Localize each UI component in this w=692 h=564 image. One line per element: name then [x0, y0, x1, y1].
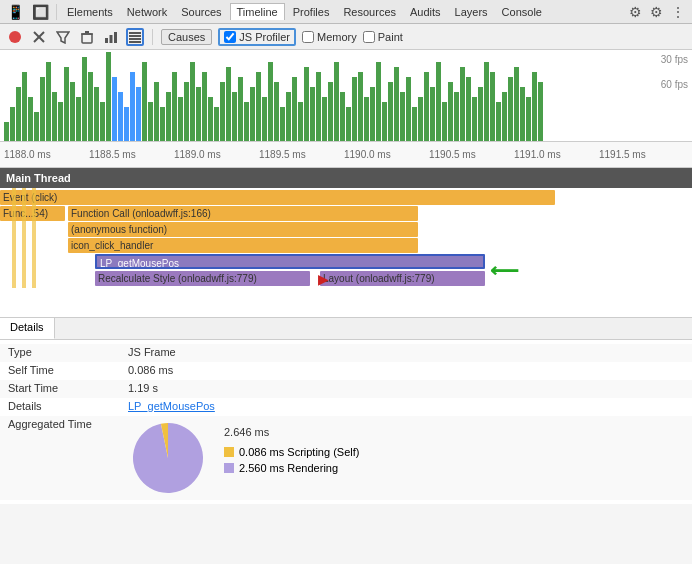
detail-row-1: Self Time0.086 ms [0, 362, 692, 380]
red-triangle-indicator: ▶ [318, 271, 329, 287]
main-thread-header: Main Thread [0, 168, 692, 188]
scripting-label: 0.086 ms Scripting (Self) [239, 446, 359, 458]
js-profiler-label: JS Profiler [239, 31, 290, 43]
causes-button[interactable]: Causes [161, 29, 212, 45]
detail-value-2: 1.19 s [128, 382, 158, 394]
detail-label-2: Start Time [8, 382, 128, 394]
bar-chart-icon[interactable] [102, 28, 120, 46]
detail-value-0: JS Frame [128, 346, 176, 358]
svg-rect-10 [129, 32, 141, 34]
yellow-bar-1 [22, 188, 26, 288]
aggregated-total: 2.646 ms [224, 426, 359, 438]
detail-label-0: Type [8, 346, 128, 358]
detail-row-3: DetailsLP_getMousePos [0, 398, 692, 416]
clear-button[interactable] [30, 28, 48, 46]
time-tick-3: 1189.5 ms [259, 149, 306, 160]
nav-sources[interactable]: Sources [175, 4, 227, 20]
svg-rect-9 [114, 32, 117, 43]
flame-event-4[interactable]: icon_click_handler [68, 238, 418, 253]
svg-rect-12 [129, 38, 141, 40]
time-tick-7: 1191.5 ms [599, 149, 646, 160]
detail-row-2: Start Time1.19 s [0, 380, 692, 398]
flame-event-2[interactable]: Function Call (onloadwff.js:166) [68, 206, 418, 221]
time-tick-5: 1190.5 ms [429, 149, 476, 160]
pie-rendering-legend: 2.560 ms Rendering [224, 462, 359, 474]
flame-chart[interactable]: Event (click)Func...54)Function Call (on… [0, 188, 692, 318]
svg-rect-13 [129, 41, 141, 43]
svg-rect-8 [110, 35, 113, 43]
nav-network[interactable]: Network [121, 4, 173, 20]
top-nav: 📱 🔲 Elements Network Sources Timeline Pr… [0, 0, 692, 24]
paint-label: Paint [378, 31, 403, 43]
record-button[interactable] [6, 28, 24, 46]
settings-icon[interactable]: ⚙ [647, 4, 666, 20]
nav-timeline[interactable]: Timeline [230, 3, 285, 20]
toolbar-sep-1 [152, 29, 153, 45]
time-tick-6: 1191.0 ms [514, 149, 561, 160]
flame-event-3[interactable]: (anonymous function) [68, 222, 418, 237]
time-tick-0: 1188.0 ms [4, 149, 51, 160]
memory-checkbox-label[interactable]: Memory [302, 31, 357, 43]
svg-rect-7 [105, 38, 108, 43]
js-profiler-checkbox-label[interactable]: JS Profiler [218, 28, 296, 46]
flame-event-0[interactable]: Event (click) [0, 190, 555, 205]
aggregated-time-label: Aggregated Time [8, 418, 128, 430]
yellow-bar-0 [12, 188, 16, 288]
time-tick-2: 1189.0 ms [174, 149, 221, 160]
rendering-color-dot [224, 463, 234, 473]
toolbar: Causes JS Profiler Memory Paint [0, 24, 692, 50]
flame-event-6[interactable]: Recalculate Style (onloadwff.js:779) [95, 271, 310, 286]
rendering-label: 2.560 ms Rendering [239, 462, 338, 474]
memory-label: Memory [317, 31, 357, 43]
details-content: TypeJS FrameSelf Time0.086 msStart Time1… [0, 340, 692, 504]
nav-audits[interactable]: Audits [404, 4, 447, 20]
pie-legend: 2.646 ms0.086 ms Scripting (Self)2.560 m… [224, 418, 359, 474]
aggregated-time-row: Aggregated Time2.646 ms0.086 ms Scriptin… [0, 416, 692, 500]
svg-marker-3 [57, 32, 69, 43]
nav-separator [56, 4, 57, 20]
aggregated-time-content: 2.646 ms0.086 ms Scripting (Self)2.560 m… [128, 418, 359, 498]
green-arrow-indicator: ⟵ [490, 258, 519, 282]
time-ruler: 1188.0 ms1188.5 ms1189.0 ms1189.5 ms1190… [0, 141, 692, 167]
main-thread-label: Main Thread [6, 172, 71, 184]
time-tick-1: 1188.5 ms [89, 149, 136, 160]
flame-chart-icon[interactable] [126, 28, 144, 46]
filter-button[interactable] [54, 28, 72, 46]
trash-button[interactable] [78, 28, 96, 46]
more-icon[interactable]: ⋮ [668, 4, 688, 20]
paint-checkbox-label[interactable]: Paint [363, 31, 403, 43]
memory-checkbox[interactable] [302, 31, 314, 43]
flame-event-5[interactable]: LP_getMousePos [95, 254, 485, 269]
flame-event-7[interactable]: Layout (onloadwff.js:779) [320, 271, 485, 286]
inspect-icon[interactable]: 🔲 [29, 4, 52, 20]
timeline-chart: 30 fps 60 fps 1188.0 ms1188.5 ms1189.0 m… [0, 50, 692, 168]
nav-resources[interactable]: Resources [337, 4, 402, 20]
time-tick-4: 1190.0 ms [344, 149, 391, 160]
nav-layers[interactable]: Layers [449, 4, 494, 20]
details-tab[interactable]: Details [0, 318, 55, 339]
nav-profiles[interactable]: Profiles [287, 4, 336, 20]
scripting-color-dot [224, 447, 234, 457]
detail-value-1: 0.086 ms [128, 364, 173, 376]
details-tabs: Details [0, 318, 692, 340]
js-profiler-checkbox[interactable] [224, 31, 236, 43]
pie-scripting-legend: 0.086 ms Scripting (Self) [224, 446, 359, 458]
nav-elements[interactable]: Elements [61, 4, 119, 20]
detail-value-3[interactable]: LP_getMousePos [128, 400, 215, 412]
yellow-bar-2 [32, 188, 36, 288]
detail-label-1: Self Time [8, 364, 128, 376]
detail-label-3: Details [8, 400, 128, 412]
nav-console[interactable]: Console [496, 4, 548, 20]
svg-rect-4 [82, 34, 92, 43]
details-panel: Details TypeJS FrameSelf Time0.086 msSta… [0, 318, 692, 504]
mobile-icon[interactable]: 📱 [4, 4, 27, 20]
svg-point-0 [9, 31, 21, 43]
svg-rect-11 [129, 35, 141, 37]
pie-chart [128, 418, 208, 498]
detail-row-0: TypeJS Frame [0, 344, 692, 362]
execute-icon[interactable]: ⚙ [626, 4, 645, 20]
paint-checkbox[interactable] [363, 31, 375, 43]
